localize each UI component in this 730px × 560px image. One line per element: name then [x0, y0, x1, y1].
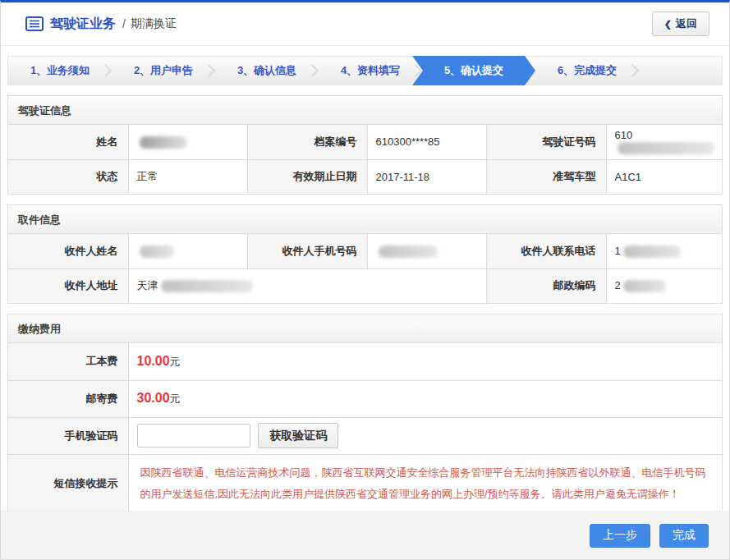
page: 驾驶证业务 / 期满换证 ❮ 返回 1、业务须知 2、用户申告 3、确认信息 4… [0, 0, 730, 560]
breadcrumb-separator: / [122, 17, 126, 30]
status-value: 正常 [128, 159, 247, 194]
file-no-label: 档案编号 [247, 125, 367, 159]
redacted-postal-code [623, 280, 666, 292]
step-5-confirm-submit[interactable]: 5、确认提交 [412, 56, 535, 85]
mailing-fee-unit: 元 [170, 392, 181, 405]
pickup-info-table: 收件人姓名 收件人手机号码 收件人联系电话 1 收件人地址 天津 邮政编码 2 [8, 234, 722, 303]
step-4-fill-data[interactable]: 4、资料填写 [319, 57, 422, 85]
license-no-value: 610 [606, 125, 722, 159]
status-label: 状态 [8, 159, 128, 194]
back-button[interactable]: ❮ 返回 [652, 11, 709, 36]
pickup-info-panel: 取件信息 收件人姓名 收件人手机号码 收件人联系电话 1 收件人地址 天津 邮政… [7, 204, 723, 304]
sms-notice-label: 短信接收提示 [8, 454, 128, 512]
footer-bar: 上一步 完成 [1, 511, 729, 559]
mailing-fee-value: 30.00元 [128, 380, 722, 417]
step-2-user-declaration[interactable]: 2、用户申告 [112, 57, 215, 85]
name-label: 姓名 [8, 125, 128, 159]
previous-step-button[interactable]: 上一步 [590, 524, 650, 548]
recipient-phone-value: 1 [606, 234, 722, 269]
recipient-mobile-label: 收件人手机号码 [247, 234, 367, 269]
file-no-value: 610300****85 [367, 125, 486, 159]
sms-code-label: 手机验证码 [8, 417, 128, 454]
production-fee-unit: 元 [170, 356, 181, 368]
page-title: 驾驶证业务 [50, 16, 116, 33]
step-1-business-notice[interactable]: 1、业务须知 [8, 57, 112, 85]
valid-until-value: 2017-11-18 [367, 159, 486, 194]
sms-code-cell: 获取验证码 [128, 417, 722, 454]
production-fee-label: 工本费 [8, 343, 128, 380]
vehicle-class-label: 准驾车型 [486, 159, 606, 194]
vehicle-class-value: A1C1 [606, 159, 722, 194]
back-button-label: 返回 [676, 16, 697, 31]
pickup-info-title: 取件信息 [8, 205, 722, 234]
valid-until-label: 有效期止日期 [247, 159, 367, 194]
fees-panel: 缴纳费用 工本费 10.00元 邮寄费 30.00元 手机验证码 获取验证码 [7, 314, 723, 513]
table-row: 收件人地址 天津 邮政编码 2 [8, 269, 722, 303]
page-header: 驾驶证业务 / 期满换证 ❮ 返回 [1, 2, 729, 46]
name-value [128, 125, 247, 159]
license-no-label: 驾驶证号码 [486, 125, 606, 159]
redacted-license-no [618, 142, 714, 154]
recipient-phone-label: 收件人联系电话 [486, 234, 606, 269]
table-row: 工本费 10.00元 [8, 343, 722, 380]
recipient-name-label: 收件人姓名 [8, 234, 128, 269]
get-code-button[interactable]: 获取验证码 [258, 423, 338, 448]
recipient-mobile-value [367, 234, 486, 269]
step-6-complete-submit[interactable]: 6、完成提交 [535, 57, 639, 85]
table-row: 收件人姓名 收件人手机号码 收件人联系电话 1 [8, 234, 722, 269]
redacted-recipient-name [140, 246, 174, 258]
postal-code-value: 2 [606, 269, 722, 303]
mailing-fee-amount: 30.00 [137, 391, 170, 405]
postal-code-label: 邮政编码 [486, 269, 606, 303]
table-row: 手机验证码 获取验证码 [8, 417, 722, 454]
breadcrumb-current: 期满换证 [131, 16, 177, 31]
mailing-fee-label: 邮寄费 [8, 380, 128, 417]
step-wizard: 1、业务须知 2、用户申告 3、确认信息 4、资料填写 5、确认提交 6、完成提… [7, 56, 723, 85]
finish-button[interactable]: 完成 [659, 524, 709, 548]
table-row: 姓名 档案编号 610300****85 驾驶证号码 610 [8, 125, 722, 159]
production-fee-amount: 10.00 [137, 354, 170, 368]
recipient-address-label: 收件人地址 [8, 269, 128, 303]
fees-table: 工本费 10.00元 邮寄费 30.00元 手机验证码 获取验证码 短信接收提 [8, 343, 722, 512]
redacted-recipient-mobile [379, 246, 438, 258]
chevron-left-icon: ❮ [664, 20, 672, 29]
recipient-name-value [128, 234, 247, 269]
redacted-name [140, 136, 187, 149]
table-row: 状态 正常 有效期止日期 2017-11-18 准驾车型 A1C1 [8, 159, 722, 194]
license-info-title: 驾驶证信息 [8, 96, 722, 125]
sms-code-input[interactable] [137, 424, 250, 448]
table-row: 邮寄费 30.00元 [8, 380, 722, 417]
recipient-address-value: 天津 [128, 269, 486, 303]
license-info-panel: 驾驶证信息 姓名 档案编号 610300****85 驾驶证号码 610 状态 … [7, 95, 723, 195]
license-info-table: 姓名 档案编号 610300****85 驾驶证号码 610 状态 正常 有效期… [8, 125, 722, 194]
sms-notice-text: 因陕西省联通、电信运营商技术问题，陕西省互联网交通安全综合服务管理平台无法向持陕… [128, 454, 722, 512]
table-row: 短信接收提示 因陕西省联通、电信运营商技术问题，陕西省互联网交通安全综合服务管理… [8, 454, 722, 512]
redacted-recipient-address [161, 280, 253, 292]
step-3-confirm-info[interactable]: 3、确认信息 [215, 57, 319, 85]
form-list-icon [25, 16, 44, 31]
redacted-recipient-phone [623, 246, 681, 258]
production-fee-value: 10.00元 [128, 343, 722, 380]
fees-title: 缴纳费用 [8, 314, 722, 343]
